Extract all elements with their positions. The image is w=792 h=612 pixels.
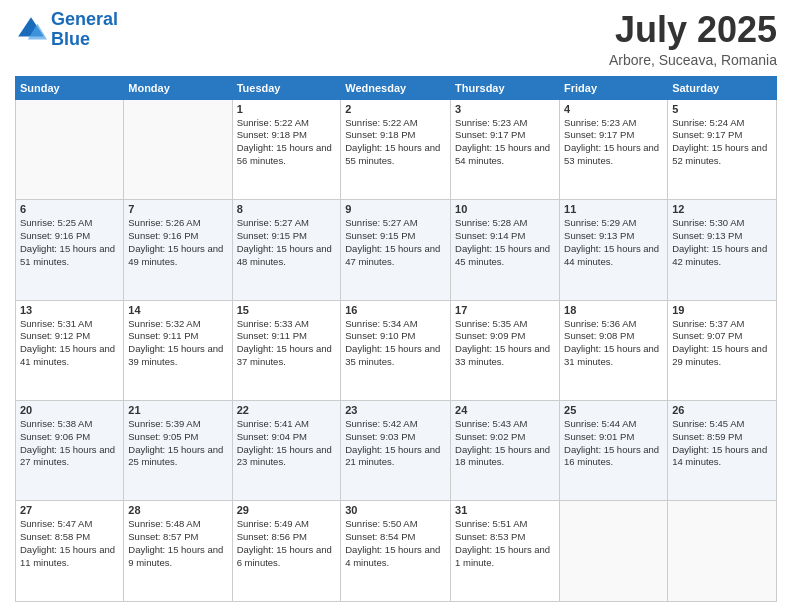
logo-line2: Blue [51,29,90,49]
table-row: 17Sunrise: 5:35 AMSunset: 9:09 PMDayligh… [451,300,560,400]
sunrise-text: Sunrise: 5:36 AM [564,318,663,331]
table-row: 3Sunrise: 5:23 AMSunset: 9:17 PMDaylight… [451,99,560,199]
daylight-text: Daylight: 15 hours and 9 minutes. [128,544,227,570]
table-row: 14Sunrise: 5:32 AMSunset: 9:11 PMDayligh… [124,300,232,400]
day-number: 21 [128,404,227,416]
daylight-text: Daylight: 15 hours and 51 minutes. [20,243,119,269]
daylight-text: Daylight: 15 hours and 35 minutes. [345,343,446,369]
sunrise-text: Sunrise: 5:23 AM [455,117,555,130]
daylight-text: Daylight: 15 hours and 27 minutes. [20,444,119,470]
header-thursday: Thursday [451,76,560,99]
sunset-text: Sunset: 9:18 PM [345,129,446,142]
sunrise-text: Sunrise: 5:28 AM [455,217,555,230]
sunset-text: Sunset: 9:17 PM [455,129,555,142]
sunset-text: Sunset: 9:15 PM [345,230,446,243]
sunset-text: Sunset: 9:17 PM [672,129,772,142]
sunset-text: Sunset: 9:06 PM [20,431,119,444]
table-row [16,99,124,199]
location: Arbore, Suceava, Romania [609,52,777,68]
sunset-text: Sunset: 8:58 PM [20,531,119,544]
daylight-text: Daylight: 15 hours and 23 minutes. [237,444,337,470]
table-row: 6Sunrise: 5:25 AMSunset: 9:16 PMDaylight… [16,200,124,300]
table-row: 5Sunrise: 5:24 AMSunset: 9:17 PMDaylight… [668,99,777,199]
daylight-text: Daylight: 15 hours and 1 minute. [455,544,555,570]
day-number: 4 [564,103,663,115]
daylight-text: Daylight: 15 hours and 42 minutes. [672,243,772,269]
title-block: July 2025 Arbore, Suceava, Romania [609,10,777,68]
table-row: 1Sunrise: 5:22 AMSunset: 9:18 PMDaylight… [232,99,341,199]
sunrise-text: Sunrise: 5:29 AM [564,217,663,230]
sunset-text: Sunset: 9:15 PM [237,230,337,243]
table-row: 12Sunrise: 5:30 AMSunset: 9:13 PMDayligh… [668,200,777,300]
sunrise-text: Sunrise: 5:22 AM [237,117,337,130]
daylight-text: Daylight: 15 hours and 25 minutes. [128,444,227,470]
sunset-text: Sunset: 9:03 PM [345,431,446,444]
page: General Blue July 2025 Arbore, Suceava, … [0,0,792,612]
sunset-text: Sunset: 9:10 PM [345,330,446,343]
daylight-text: Daylight: 15 hours and 14 minutes. [672,444,772,470]
calendar-week-row: 1Sunrise: 5:22 AMSunset: 9:18 PMDaylight… [16,99,777,199]
table-row [124,99,232,199]
sunrise-text: Sunrise: 5:39 AM [128,418,227,431]
day-number: 19 [672,304,772,316]
table-row: 20Sunrise: 5:38 AMSunset: 9:06 PMDayligh… [16,401,124,501]
sunrise-text: Sunrise: 5:38 AM [20,418,119,431]
calendar-week-row: 6Sunrise: 5:25 AMSunset: 9:16 PMDaylight… [16,200,777,300]
sunset-text: Sunset: 9:16 PM [128,230,227,243]
day-number: 23 [345,404,446,416]
table-row: 16Sunrise: 5:34 AMSunset: 9:10 PMDayligh… [341,300,451,400]
day-number: 28 [128,504,227,516]
header: General Blue July 2025 Arbore, Suceava, … [15,10,777,68]
sunset-text: Sunset: 9:09 PM [455,330,555,343]
sunset-text: Sunset: 9:02 PM [455,431,555,444]
sunrise-text: Sunrise: 5:42 AM [345,418,446,431]
day-number: 12 [672,203,772,215]
sunrise-text: Sunrise: 5:37 AM [672,318,772,331]
daylight-text: Daylight: 15 hours and 29 minutes. [672,343,772,369]
table-row: 26Sunrise: 5:45 AMSunset: 8:59 PMDayligh… [668,401,777,501]
day-number: 7 [128,203,227,215]
table-row: 23Sunrise: 5:42 AMSunset: 9:03 PMDayligh… [341,401,451,501]
sunset-text: Sunset: 9:17 PM [564,129,663,142]
day-number: 14 [128,304,227,316]
sunset-text: Sunset: 9:16 PM [20,230,119,243]
day-number: 30 [345,504,446,516]
table-row: 31Sunrise: 5:51 AMSunset: 8:53 PMDayligh… [451,501,560,602]
daylight-text: Daylight: 15 hours and 48 minutes. [237,243,337,269]
sunrise-text: Sunrise: 5:48 AM [128,518,227,531]
sunset-text: Sunset: 9:11 PM [128,330,227,343]
day-number: 15 [237,304,337,316]
table-row: 30Sunrise: 5:50 AMSunset: 8:54 PMDayligh… [341,501,451,602]
day-number: 3 [455,103,555,115]
sunrise-text: Sunrise: 5:33 AM [237,318,337,331]
table-row: 8Sunrise: 5:27 AMSunset: 9:15 PMDaylight… [232,200,341,300]
table-row: 29Sunrise: 5:49 AMSunset: 8:56 PMDayligh… [232,501,341,602]
sunset-text: Sunset: 8:56 PM [237,531,337,544]
sunrise-text: Sunrise: 5:43 AM [455,418,555,431]
calendar-week-row: 13Sunrise: 5:31 AMSunset: 9:12 PMDayligh… [16,300,777,400]
sunset-text: Sunset: 9:11 PM [237,330,337,343]
sunset-text: Sunset: 9:13 PM [564,230,663,243]
day-number: 25 [564,404,663,416]
logo-text: General Blue [51,10,118,50]
table-row: 7Sunrise: 5:26 AMSunset: 9:16 PMDaylight… [124,200,232,300]
day-number: 8 [237,203,337,215]
sunrise-text: Sunrise: 5:24 AM [672,117,772,130]
table-row: 15Sunrise: 5:33 AMSunset: 9:11 PMDayligh… [232,300,341,400]
calendar-table: Sunday Monday Tuesday Wednesday Thursday… [15,76,777,602]
daylight-text: Daylight: 15 hours and 33 minutes. [455,343,555,369]
calendar-week-row: 27Sunrise: 5:47 AMSunset: 8:58 PMDayligh… [16,501,777,602]
header-friday: Friday [560,76,668,99]
daylight-text: Daylight: 15 hours and 52 minutes. [672,142,772,168]
table-row: 27Sunrise: 5:47 AMSunset: 8:58 PMDayligh… [16,501,124,602]
calendar-week-row: 20Sunrise: 5:38 AMSunset: 9:06 PMDayligh… [16,401,777,501]
sunset-text: Sunset: 9:13 PM [672,230,772,243]
header-monday: Monday [124,76,232,99]
daylight-text: Daylight: 15 hours and 47 minutes. [345,243,446,269]
sunrise-text: Sunrise: 5:30 AM [672,217,772,230]
day-number: 1 [237,103,337,115]
sunset-text: Sunset: 9:12 PM [20,330,119,343]
day-number: 17 [455,304,555,316]
sunset-text: Sunset: 8:57 PM [128,531,227,544]
sunrise-text: Sunrise: 5:25 AM [20,217,119,230]
